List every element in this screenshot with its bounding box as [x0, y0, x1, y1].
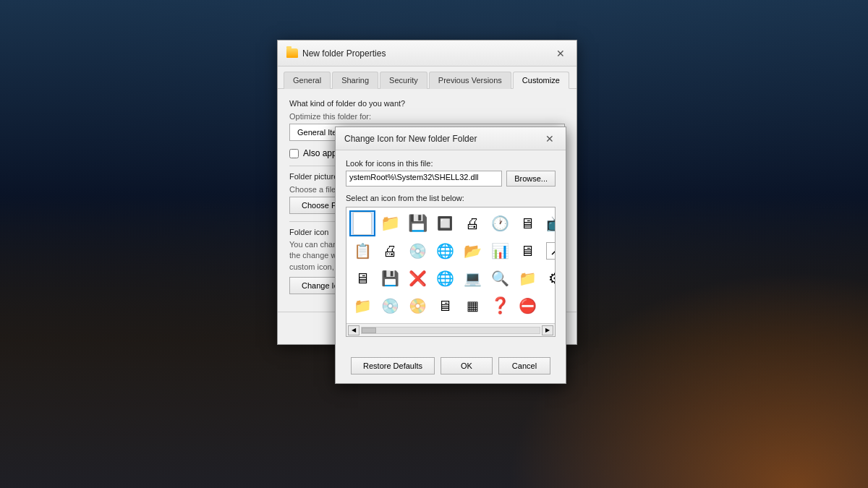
icon-grid: 📁💾🔲🖨🕐🖥📺📋🖨💿🌐📂📊🖥↗🖥💾❌🌐💻🔍📁⚙📁💿📀🖥▦❓⛔ — [346, 207, 555, 322]
icon-cell-6[interactable]: 🖥 — [514, 210, 540, 236]
properties-title: New folder Properties — [302, 48, 386, 59]
icon-cell-22[interactable]: 📁 — [514, 265, 540, 291]
change-icon-cancel-button[interactable]: Cancel — [498, 357, 550, 374]
icon-cell-18[interactable]: ❌ — [404, 265, 430, 291]
icon-cell-19[interactable]: 🌐 — [432, 265, 458, 291]
icon-cell-23[interactable]: ⚙ — [542, 265, 556, 291]
change-icon-content: Look for icons in this file: ystemRoot%\… — [336, 150, 566, 351]
change-icon-titlebar: Change Icon for New folder Folder ✕ — [336, 127, 566, 150]
icon-cell-15[interactable]: ↗ — [542, 238, 556, 264]
icon-cell-30[interactable]: ⛔ — [514, 293, 540, 319]
icon-cell-27[interactable]: 🖥 — [432, 293, 458, 319]
icon-cell-4[interactable]: 🖨 — [459, 210, 485, 236]
tab-sharing[interactable]: Sharing — [332, 72, 378, 89]
icon-cell-12[interactable]: 📂 — [459, 238, 485, 264]
change-icon-footer: Restore Defaults OK Cancel — [336, 351, 566, 383]
icon-cell-29[interactable]: ❓ — [487, 293, 513, 319]
icons-label: Select an icon from the list below: — [346, 194, 556, 202]
properties-close-button[interactable]: ✕ — [553, 46, 568, 61]
icon-scrollbar[interactable]: ◀ ▶ — [346, 323, 555, 336]
icon-cell-17[interactable]: 💾 — [377, 265, 403, 291]
icon-cell-8[interactable]: 📋 — [349, 238, 375, 264]
icon-cell-14[interactable]: 🖥 — [514, 238, 540, 264]
icon-grid-container: 📁💾🔲🖨🕐🖥📺📋🖨💿🌐📂📊🖥↗🖥💾❌🌐💻🔍📁⚙📁💿📀🖥▦❓⛔ ◀ ▶ — [346, 207, 556, 337]
icon-cell-24[interactable]: 📁 — [349, 293, 375, 319]
scroll-left-arrow[interactable]: ◀ — [348, 325, 359, 335]
change-icon-title: Change Icon for New folder Folder — [344, 134, 477, 144]
file-input-row: ystemRoot%\System32\SHELL32.dll Browse..… — [346, 171, 556, 187]
scroll-right-arrow[interactable]: ▶ — [542, 325, 553, 335]
icon-cell-28[interactable]: ▦ — [459, 293, 485, 319]
icon-cell-1[interactable]: 📁 — [377, 210, 403, 236]
also-apply-checkbox[interactable] — [289, 149, 299, 158]
folder-kind-label: What kind of folder do you want? — [289, 99, 565, 108]
browse-button[interactable]: Browse... — [506, 171, 556, 187]
icon-cell-21[interactable]: 🔍 — [487, 265, 513, 291]
properties-titlebar: New folder Properties ✕ — [278, 40, 576, 67]
restore-defaults-button[interactable]: Restore Defaults — [351, 357, 435, 374]
change-icon-close-button[interactable]: ✕ — [542, 132, 557, 146]
properties-tabs: General Sharing Security Previous Versio… — [278, 67, 576, 89]
icon-cell-20[interactable]: 💻 — [459, 265, 485, 291]
icon-cell-5[interactable]: 🕐 — [487, 210, 513, 236]
tab-security[interactable]: Security — [380, 72, 427, 89]
icon-cell-11[interactable]: 🌐 — [432, 238, 458, 264]
icon-cell-26[interactable]: 📀 — [404, 293, 430, 319]
file-path-input[interactable]: ystemRoot%\System32\SHELL32.dll — [346, 171, 502, 187]
folder-icon-small — [286, 48, 298, 58]
tab-general[interactable]: General — [284, 72, 331, 89]
icon-cell-3[interactable]: 🔲 — [432, 210, 458, 236]
change-icon-dialog: Change Icon for New folder Folder ✕ Look… — [335, 127, 566, 384]
scroll-thumb[interactable] — [362, 328, 376, 333]
file-path-label: Look for icons in this file: — [346, 159, 556, 168]
tab-customize[interactable]: Customize — [513, 72, 569, 89]
icon-cell-10[interactable]: 💿 — [404, 238, 430, 264]
titlebar-left: New folder Properties — [286, 48, 386, 59]
icon-cell-25[interactable]: 💿 — [377, 293, 403, 319]
scroll-track[interactable] — [361, 327, 540, 334]
icon-cell-0[interactable] — [349, 210, 375, 236]
icon-cell-7[interactable]: 📺 — [542, 210, 556, 236]
icon-cell-2[interactable]: 💾 — [404, 210, 430, 236]
icon-cell-13[interactable]: 📊 — [487, 238, 513, 264]
icon-cell-16[interactable]: 🖥 — [349, 265, 375, 291]
optimize-label: Optimize this folder for: — [289, 112, 565, 121]
tab-previous-versions[interactable]: Previous Versions — [429, 72, 511, 89]
change-icon-ok-button[interactable]: OK — [441, 357, 493, 374]
icon-cell-9[interactable]: 🖨 — [377, 238, 403, 264]
